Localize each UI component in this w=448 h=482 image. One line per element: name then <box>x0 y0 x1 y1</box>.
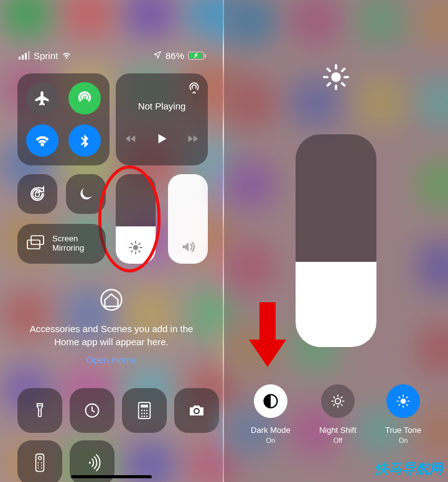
sun-icon <box>116 240 156 255</box>
svg-point-30 <box>37 462 39 463</box>
svg-line-54 <box>334 404 335 406</box>
home-text: Accessories and Scenes you add in the Ho… <box>17 322 205 348</box>
antenna-icon <box>77 90 93 106</box>
svg-point-23 <box>146 413 147 414</box>
screen-mirroring-icon <box>26 235 45 253</box>
orientation-lock-button[interactable] <box>17 174 57 214</box>
forward-button[interactable] <box>186 132 200 148</box>
flashlight-button[interactable] <box>17 388 62 433</box>
home-icon <box>17 289 205 313</box>
camera-icon <box>188 403 205 418</box>
svg-point-34 <box>37 468 39 469</box>
svg-line-6 <box>131 243 133 244</box>
night-shift-state: Off <box>334 437 342 444</box>
svg-point-18 <box>141 410 142 411</box>
svg-point-19 <box>144 410 145 411</box>
home-indicator[interactable] <box>71 475 152 478</box>
location-icon <box>153 50 162 61</box>
bluetooth-button[interactable] <box>68 124 101 157</box>
airplane-mode-button[interactable] <box>26 82 58 114</box>
remote-icon <box>35 453 45 472</box>
svg-point-37 <box>331 72 340 81</box>
night-shift-toggle[interactable]: Night Shift Off <box>319 384 357 444</box>
svg-point-20 <box>146 410 147 411</box>
airplay-icon[interactable] <box>188 81 200 96</box>
screen-mirroring-label: Screen Mirroring <box>52 234 84 253</box>
rewind-button[interactable] <box>124 132 138 148</box>
brightness-detail-pane: Dark Mode On Night Shift Off True Tone O… <box>224 0 448 482</box>
true-tone-state: On <box>399 437 408 444</box>
svg-line-63 <box>399 404 400 406</box>
night-shift-icon <box>330 393 346 409</box>
airplane-icon <box>34 90 50 106</box>
svg-line-7 <box>139 251 140 252</box>
svg-line-64 <box>406 397 408 398</box>
svg-point-33 <box>41 465 42 466</box>
true-tone-toggle[interactable]: True Tone On <box>385 384 421 444</box>
do-not-disturb-button[interactable] <box>66 174 106 214</box>
hearing-icon <box>83 454 101 471</box>
svg-point-1 <box>133 245 138 250</box>
open-home-link[interactable]: Open Home <box>17 355 205 365</box>
svg-point-31 <box>41 462 42 463</box>
svg-point-32 <box>37 465 39 466</box>
flashlight-icon <box>32 402 48 419</box>
timer-icon <box>83 402 101 419</box>
remote-button[interactable] <box>17 440 62 482</box>
svg-line-61 <box>399 397 400 398</box>
brightness-slider[interactable] <box>116 174 156 264</box>
cellular-data-button[interactable] <box>68 82 101 114</box>
calculator-icon <box>137 402 152 419</box>
svg-line-8 <box>131 251 133 252</box>
night-shift-title: Night Shift <box>319 425 357 435</box>
screen-mirroring-button[interactable]: Screen Mirroring <box>17 224 106 264</box>
svg-point-14 <box>39 410 40 411</box>
svg-line-9 <box>139 243 140 244</box>
play-icon <box>154 131 170 147</box>
brightness-large-slider[interactable] <box>296 134 376 347</box>
battery-icon: ⚡︎ <box>188 52 204 60</box>
svg-line-55 <box>341 397 342 398</box>
forward-icon <box>186 132 200 146</box>
music-card[interactable]: Not Playing <box>116 73 208 165</box>
svg-point-24 <box>141 415 142 417</box>
timer-button[interactable] <box>70 388 114 433</box>
svg-point-21 <box>141 413 142 414</box>
battery-percent: 86% <box>166 50 184 61</box>
home-section: Accessories and Scenes you add in the Ho… <box>17 289 205 365</box>
moon-icon <box>77 185 95 203</box>
svg-point-56 <box>401 399 406 404</box>
control-center-shortcuts <box>17 388 219 482</box>
svg-line-52 <box>334 397 335 398</box>
connectivity-card[interactable] <box>17 73 110 165</box>
svg-line-62 <box>406 404 408 406</box>
svg-line-45 <box>342 68 345 71</box>
svg-point-36 <box>89 461 91 463</box>
svg-line-53 <box>341 404 342 406</box>
svg-rect-17 <box>141 405 148 408</box>
play-button[interactable] <box>154 131 170 149</box>
orientation-lock-icon <box>28 185 47 203</box>
dark-mode-title: Dark Mode <box>251 425 291 435</box>
dark-mode-toggle[interactable]: Dark Mode On <box>251 384 291 444</box>
speaker-icon <box>168 239 208 255</box>
brightness-sun-icon <box>322 63 350 93</box>
svg-point-47 <box>335 399 341 404</box>
svg-rect-0 <box>35 193 39 197</box>
true-tone-icon <box>395 393 411 409</box>
wifi-status-icon <box>62 50 72 60</box>
svg-line-42 <box>327 68 330 71</box>
watermark-text: 快马导航网 <box>375 460 443 478</box>
calculator-button[interactable] <box>122 388 167 433</box>
volume-slider[interactable] <box>168 174 208 264</box>
svg-point-25 <box>144 415 145 417</box>
dark-mode-icon <box>262 392 279 410</box>
status-bar: Sprint 86% ⚡︎ <box>0 49 223 62</box>
bluetooth-icon <box>78 134 91 147</box>
svg-point-35 <box>41 468 42 469</box>
wifi-button[interactable] <box>26 124 58 157</box>
svg-point-29 <box>38 457 41 460</box>
control-center-pane: Sprint 86% ⚡︎ <box>0 0 223 482</box>
svg-line-44 <box>327 83 330 86</box>
now-playing-label: Not Playing <box>116 101 208 111</box>
